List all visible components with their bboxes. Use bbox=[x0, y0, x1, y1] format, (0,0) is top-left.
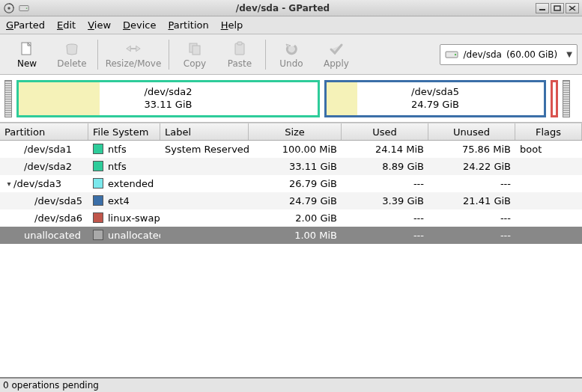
resize-icon bbox=[125, 40, 142, 57]
partition-graph: /dev/sda233.11 GiB /dev/sda524.79 GiB bbox=[0, 75, 582, 123]
svg-point-16 bbox=[455, 53, 456, 55]
graph-handle-right[interactable] bbox=[563, 80, 570, 117]
chevron-down-icon: ▼ bbox=[562, 50, 572, 58]
partition-size: 1.00 MiB bbox=[249, 230, 342, 241]
graph-segment-small[interactable] bbox=[551, 80, 558, 117]
undo-icon bbox=[283, 40, 300, 57]
table-row[interactable]: /dev/sda6linux-swap2.00 GiB------ bbox=[0, 209, 582, 227]
row-expander[interactable]: ▾ bbox=[4, 180, 13, 188]
partition-unused: --- bbox=[428, 230, 515, 241]
partition-name: /dev/sda1 bbox=[24, 144, 72, 155]
status-bar: 0 operations pending bbox=[0, 377, 582, 392]
partition-used: 24.14 MiB bbox=[342, 144, 428, 155]
table-row[interactable]: ▾/dev/sda3extended26.79 GiB------ bbox=[0, 175, 582, 192]
delete-button[interactable]: Delete bbox=[49, 37, 94, 73]
col-partition[interactable]: Partition bbox=[0, 123, 88, 140]
partition-name: /dev/sda6 bbox=[34, 212, 82, 224]
partition-unused: 75.86 MiB bbox=[428, 144, 515, 155]
menu-edit[interactable]: Edit bbox=[57, 19, 76, 31]
table-row[interactable]: /dev/sda2ntfs33.11 GiB8.89 GiB24.22 GiB bbox=[0, 158, 582, 175]
col-filesystem[interactable]: File System bbox=[88, 123, 160, 140]
col-used[interactable]: Used bbox=[342, 123, 428, 140]
col-unused[interactable]: Unused bbox=[428, 123, 515, 140]
undo-button[interactable]: Undo bbox=[269, 37, 314, 73]
partition-used: --- bbox=[342, 178, 428, 189]
resize-move-button[interactable]: Resize/Move bbox=[101, 37, 166, 73]
partition-size: 2.00 GiB bbox=[249, 212, 342, 224]
table-row[interactable]: unallocatedunallocated1.00 MiB------ bbox=[0, 227, 582, 244]
fs-name: ntfs bbox=[108, 144, 127, 155]
menu-help[interactable]: Help bbox=[221, 19, 243, 31]
partition-used: 8.89 GiB bbox=[342, 161, 428, 172]
fs-name: extended bbox=[108, 178, 154, 189]
partition-name: /dev/sda2 bbox=[24, 161, 72, 172]
titlebar: /dev/sda - GParted bbox=[0, 0, 582, 16]
device-label: /dev/sda bbox=[463, 49, 501, 60]
fs-name: ext4 bbox=[108, 195, 130, 206]
new-button[interactable]: New bbox=[4, 37, 49, 73]
fs-swatch bbox=[93, 212, 103, 223]
partition-unused: --- bbox=[428, 178, 515, 189]
svg-point-3 bbox=[26, 7, 28, 9]
partition-table: /dev/sda1ntfsSystem Reserved100.00 MiB24… bbox=[0, 141, 582, 377]
table-row[interactable]: /dev/sda5ext424.79 GiB3.39 GiB21.41 GiB bbox=[0, 192, 582, 209]
menubar: GParted Edit View Device Partition Help bbox=[0, 16, 582, 34]
toolbar: New Delete Resize/Move Copy Paste Undo A… bbox=[0, 34, 582, 75]
maximize-button[interactable] bbox=[551, 3, 564, 13]
menu-partition[interactable]: Partition bbox=[169, 19, 209, 31]
fs-swatch bbox=[93, 195, 103, 206]
copy-button[interactable]: Copy bbox=[172, 37, 217, 73]
col-size[interactable]: Size bbox=[249, 123, 342, 140]
menu-view[interactable]: View bbox=[88, 19, 111, 31]
device-size: (60.00 GiB) bbox=[506, 49, 557, 60]
partition-used: --- bbox=[342, 230, 428, 241]
svg-point-1 bbox=[7, 7, 10, 10]
partition-unused: 24.22 GiB bbox=[428, 161, 515, 172]
table-row[interactable]: /dev/sda1ntfsSystem Reserved100.00 MiB24… bbox=[0, 141, 582, 158]
paste-icon bbox=[231, 40, 248, 57]
minimize-button[interactable] bbox=[536, 3, 549, 13]
close-button[interactable] bbox=[566, 3, 579, 13]
partition-size: 33.11 GiB bbox=[249, 161, 342, 172]
toolbar-separator bbox=[169, 40, 169, 70]
status-text: 0 operations pending bbox=[3, 380, 99, 391]
toolbar-separator bbox=[97, 40, 98, 70]
partition-unused: 21.41 GiB bbox=[428, 195, 515, 206]
table-header: Partition File System Label Size Used Un… bbox=[0, 123, 582, 141]
device-selector[interactable]: /dev/sda (60.00 GiB) ▼ bbox=[440, 44, 578, 65]
copy-icon bbox=[187, 40, 203, 57]
partition-name: /dev/sda5 bbox=[34, 195, 82, 206]
svg-rect-5 bbox=[554, 6, 560, 10]
fs-name: unallocated bbox=[108, 230, 160, 241]
partition-used: --- bbox=[342, 212, 428, 224]
partition-size: 26.79 GiB bbox=[249, 178, 342, 189]
partition-name: /dev/sda3 bbox=[13, 178, 61, 189]
fs-swatch bbox=[93, 178, 103, 189]
partition-name: unallocated bbox=[24, 230, 81, 241]
fs-swatch bbox=[93, 144, 103, 154]
fs-name: linux-swap bbox=[108, 212, 160, 224]
window-title: /dev/sda - GParted bbox=[33, 3, 533, 13]
col-label[interactable]: Label bbox=[160, 123, 249, 140]
delete-icon bbox=[64, 40, 80, 57]
partition-size: 100.00 MiB bbox=[249, 144, 342, 155]
new-icon bbox=[19, 40, 35, 57]
graph-segment-sda2[interactable]: /dev/sda233.11 GiB bbox=[16, 80, 320, 117]
partition-size: 24.79 GiB bbox=[249, 195, 342, 206]
toolbar-separator bbox=[265, 40, 266, 70]
menu-gparted[interactable]: GParted bbox=[6, 19, 45, 31]
menu-device[interactable]: Device bbox=[123, 19, 156, 31]
partition-flags: boot bbox=[515, 144, 582, 155]
fs-swatch bbox=[93, 161, 103, 171]
apply-icon bbox=[328, 40, 345, 57]
col-flags[interactable]: Flags bbox=[515, 123, 582, 140]
graph-handle-left[interactable] bbox=[4, 80, 12, 117]
graph-segment-sda5[interactable]: /dev/sda524.79 GiB bbox=[324, 80, 546, 117]
paste-button[interactable]: Paste bbox=[217, 37, 262, 73]
partition-unused: --- bbox=[428, 212, 515, 224]
apply-button[interactable]: Apply bbox=[314, 37, 359, 73]
fs-name: ntfs bbox=[108, 161, 127, 172]
partition-used: 3.39 GiB bbox=[342, 195, 428, 206]
partition-label: System Reserved bbox=[160, 144, 249, 155]
fs-swatch bbox=[93, 230, 103, 240]
